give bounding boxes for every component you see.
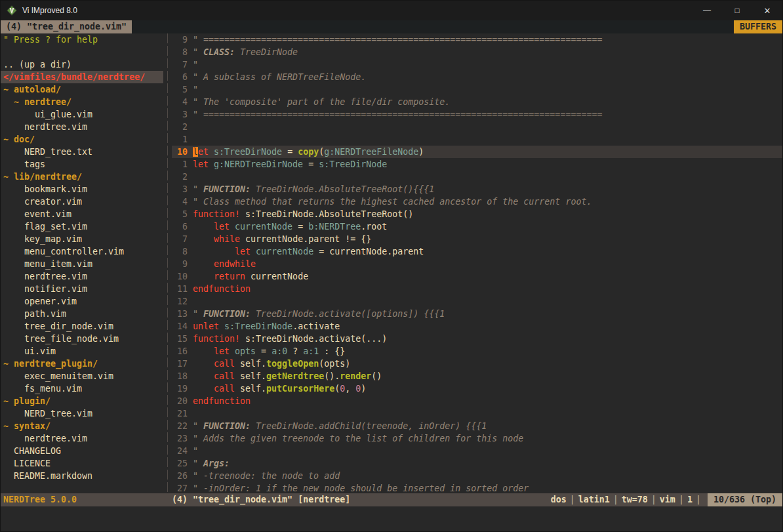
tree-up[interactable]: .. (up a dir) [3,58,163,71]
code-line[interactable]: 7" [172,58,782,71]
code-line[interactable]: 4" The 'composite' part of the file/dir … [172,96,782,108]
tree-file[interactable]: menu_item.vim [3,258,163,270]
tree-file[interactable]: key_map.vim [3,233,163,245]
tree-file[interactable]: ui_glue.vim [3,108,163,121]
tree-file[interactable]: nerdtree.vim [3,121,163,133]
tree-file[interactable]: nerdtree.vim [3,270,163,283]
code-line[interactable]: 5" [172,83,782,96]
code-line[interactable]: 2 [172,121,782,133]
tree-dir[interactable]: ~ nerdtree_plugin/ [3,358,163,370]
maximize-button[interactable]: □ [722,1,752,20]
code-line[interactable]: 21 [172,407,782,420]
code-line[interactable]: 16 let opts = a:0 ? a:1 : {} [172,345,782,358]
tree-root[interactable]: </vimfiles/bundle/nerdtree/ [1,71,163,83]
tree-file[interactable]: nerdtree.vim [3,432,163,445]
tree-dir[interactable]: ~ lib/nerdtree/ [3,171,163,183]
code-token: call [214,359,240,369]
code-line[interactable]: 8 let currentNode = currentNode.parent [172,245,782,258]
tree-file[interactable]: ui.vim [3,345,163,358]
tree-file[interactable]: flag_set.vim [3,220,163,233]
code-token: TreeDirNode.addChild(treenode, inOrder) … [251,421,487,431]
line-number: 8 [172,46,188,58]
code-line[interactable]: 20endfunction [172,395,782,407]
code-line[interactable]: 22" FUNCTION: TreeDirNode.addChild(treen… [172,420,782,432]
file-format: dos [551,493,567,506]
code-line[interactable]: 4" Class method that returns the highest… [172,195,782,208]
code-line[interactable]: 15function! s:TreeDirNode.activate(...) [172,333,782,345]
code-line[interactable]: 2 [172,171,782,183]
tree-file[interactable]: README.markdown [3,470,163,482]
tree-file[interactable]: fs_menu.vim [3,382,163,395]
code-token [193,272,214,281]
code-line[interactable]: 25" Args: [172,457,782,470]
tree-file[interactable]: NERD_tree.vim [3,407,163,420]
tree-help: " Press ? for help [3,33,163,46]
code-token: call [214,371,240,381]
tree-file[interactable]: CHANGELOG [3,445,163,457]
code-line[interactable]: 3" FUNCTION: TreeDirNode.AbsoluteTreeRoo… [172,183,782,195]
code-line[interactable]: 8" CLASS: TreeDirNode [172,46,782,58]
tree-dir[interactable]: ~ plugin/ [3,395,163,407]
nerdtree-statusline: NERDTree 5.0.0 [1,493,172,506]
tree-file[interactable]: NERD_tree.txt [3,146,163,158]
main-area: " Press ? for help.. (up a dir)</vimfile… [1,33,782,493]
code-line[interactable]: 9 endwhile [172,258,782,270]
tree-file[interactable]: creator.vim [3,195,163,208]
code-token: = [303,159,319,169]
code-line[interactable]: 27" -inOrder: 1 if the new node should b… [172,482,782,493]
code-line[interactable]: 12 [172,295,782,308]
code-line[interactable]: 6" A subclass of NERDTreeFileNode. [172,71,782,83]
code-line[interactable]: 14unlet s:TreeDirNode.activate [172,320,782,333]
code-token: " Adds the given treenode to the list of… [193,434,523,443]
tree-file[interactable]: path.vim [3,308,163,320]
code-line[interactable]: 11endfunction [172,283,782,295]
code-line[interactable]: 1let g:NERDTreeDirNode = s:TreeDirNode [172,158,782,171]
tree-file[interactable]: tags [3,158,163,171]
code-line[interactable]: 10let s:TreeDirNode = copy(g:NERDTreeFil… [172,146,782,158]
code-token: a:1 [303,346,319,356]
code-line[interactable]: 6 let currentNode = b:NERDTree.root [172,220,782,233]
window-separator[interactable] [163,33,172,493]
code-token: endfunction [193,396,251,406]
code-token: FUNCTION: [203,309,251,319]
tree-file[interactable]: event.vim [3,208,163,220]
tree-dir[interactable]: ~ autoload/ [3,83,163,96]
buffer-tab[interactable]: (4) "tree_dir_node.vim" [1,20,132,33]
tree-dir[interactable]: ~ syntax/ [3,420,163,432]
tree-file[interactable]: tree_dir_node.vim [3,320,163,333]
code-token: unlet [193,321,224,331]
tree-file[interactable]: LICENCE [3,457,163,470]
tree-file[interactable]: notifier.vim [3,283,163,295]
code-line[interactable]: 24" [172,445,782,457]
code-line[interactable]: 26" -treenode: the node to add [172,470,782,482]
code-token: return [214,272,251,281]
line-number: 13 [172,308,188,320]
tree-file[interactable]: tree_file_node.vim [3,333,163,345]
tree-dir[interactable]: ~ doc/ [3,133,163,146]
code-token: currentNode.parent != {} [245,234,371,244]
code-token: self. [240,384,266,394]
code-line[interactable]: 5function! s:TreeDirNode.AbsoluteTreeRoo… [172,208,782,220]
code-line[interactable]: 23" Adds the given treenode to the list … [172,432,782,445]
code-line[interactable]: 9" =====================================… [172,33,782,46]
code-line[interactable]: 19 call self.putCursorHere(0, 0) [172,382,782,395]
line-number: 9 [172,33,188,46]
code-line[interactable]: 17 call self.toggleOpen(opts) [172,358,782,370]
tree-file[interactable]: exec_menuitem.vim [3,370,163,382]
close-button[interactable]: ✕ [752,1,782,20]
tree-file[interactable]: menu_controller.vim [3,245,163,258]
code-token: " [193,47,203,57]
code-line[interactable]: 10 return currentNode [172,270,782,283]
line-number: 8 [172,245,188,258]
code-line[interactable]: 1 [172,133,782,146]
code-line[interactable]: 7 while currentNode.parent != {} [172,233,782,245]
code-line[interactable]: 18 call self.getNerdtree().render() [172,370,782,382]
code-line[interactable]: 13" FUNCTION: TreeDirNode.activate([opti… [172,308,782,320]
tree-file[interactable]: bookmark.vim [3,183,163,195]
tree-dir[interactable]: ~ nerdtree/ [3,96,163,108]
code-token: " ======================================… [193,35,602,45]
tree-file[interactable]: opener.vim [3,295,163,308]
code-line[interactable]: 3" =====================================… [172,108,782,121]
minimize-button[interactable]: — [692,1,722,20]
code-token: a:0 [271,346,287,356]
